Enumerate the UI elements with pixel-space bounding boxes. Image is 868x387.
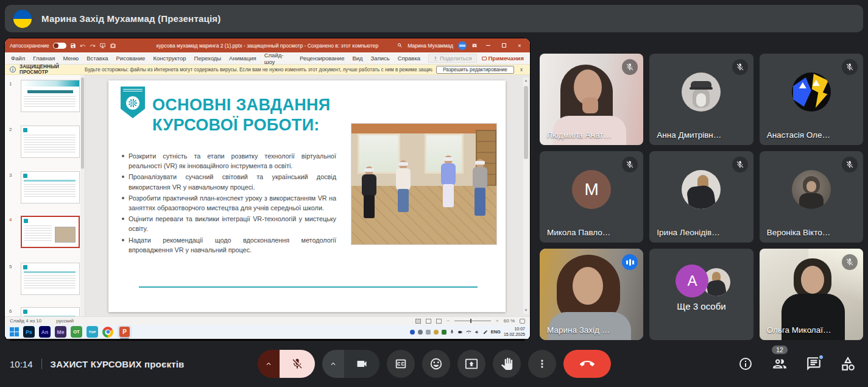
taskbar-app-media-encoder[interactable]: Me [55,326,66,338]
ribbon-tab[interactable]: Конструктор [153,55,186,62]
taskbar-clock[interactable]: 10:0715.02.2025 [504,327,525,338]
status-language[interactable]: русский [56,318,74,324]
participant-tile-active-speaker[interactable]: Марина Захід … [540,249,643,340]
participant-name: Вероніка Вікто… [767,228,831,237]
search-icon[interactable] [397,43,403,48]
slide-thumbnail[interactable] [21,80,80,112]
mic-options-chevron[interactable] [258,350,280,378]
ribbon-tab[interactable]: Рисование [116,55,146,62]
captions-button[interactable] [387,350,415,378]
system-tray[interactable]: ENG 10:0715.02.2025 [410,327,525,338]
ribbon-tab[interactable]: Главная [33,55,55,62]
enable-editing-button[interactable]: Разрешить редактирование [436,66,514,74]
tray-volume-icon[interactable] [475,330,480,335]
comments-button[interactable]: Примечания [482,55,524,62]
screenshot-icon[interactable] [110,43,116,49]
restore-button[interactable] [498,41,509,51]
ribbon-tab[interactable]: Переходы [194,55,222,62]
ribbon-tab[interactable]: Файл [11,55,25,62]
tray-icon[interactable] [442,330,446,335]
zoom-out-button[interactable]: − [446,318,450,324]
taskbar-app-photoshop[interactable]: Ps [23,326,35,338]
redo-icon[interactable] [90,43,96,49]
view-reading-icon[interactable] [426,319,431,324]
ribbon-tab[interactable]: Слайд-шоу [264,52,292,65]
info-button[interactable] [738,356,753,372]
participant-tile[interactable]: Вероніка Вікто… [760,151,863,243]
taskbar-app-tvpaint[interactable]: TVP [86,326,98,338]
protected-bar-close[interactable]: x [518,67,525,73]
reactions-button[interactable] [422,350,450,378]
tray-camera-icon[interactable] [457,330,463,335]
start-button[interactable] [10,327,19,336]
meeting-name: ЗАХИСТ КУРСОВИХ проєктів [51,358,185,369]
ribbon-tab[interactable]: Рецензирование [300,55,344,62]
ribbon-tab[interactable]: Вид [352,55,362,62]
people-button[interactable]: 12 [772,356,788,372]
mic-off-icon [626,63,634,71]
zoom-in-button[interactable]: + [496,318,499,324]
taskbar-app-animate[interactable]: An [39,326,51,338]
tray-icon[interactable] [418,330,423,335]
slide-thumbnail[interactable] [21,126,80,158]
account-name[interactable]: Марина Мухаммад [408,43,453,49]
people-icon [772,356,788,372]
taskbar-app-chrome[interactable] [102,327,113,338]
slide-thumbnail-selected[interactable] [21,216,80,248]
ribbon-tab[interactable]: Запись [371,55,390,62]
mic-mute-button[interactable] [280,350,315,378]
zoom-level[interactable]: 60 % [504,318,515,324]
ribbon-display-icon[interactable] [471,43,478,48]
chat-button[interactable] [806,356,822,372]
ribbon-tab[interactable]: Меню [63,55,79,62]
fit-slide-icon[interactable] [520,319,525,324]
view-normal-icon[interactable] [415,319,421,324]
more-options-button[interactable] [528,350,556,378]
autosave-toggle[interactable] [53,43,66,49]
info-icon [738,357,753,371]
participant-tile[interactable]: Ольга Миколаї… [760,249,863,340]
tray-mic-icon[interactable] [450,329,454,335]
input-language[interactable]: ENG [491,329,501,335]
editor-scrollbar[interactable]: ▲ ▼ [523,77,529,314]
slide-thumbnail-panel[interactable]: 1 2 3 4 5 6 7 [5,75,85,316]
shared-screen[interactable]: Автосохранение курсова мухамад маринга 2… [5,38,530,340]
slide-thumbnail[interactable] [21,171,80,204]
camera-options-chevron[interactable] [322,350,344,378]
account-avatar[interactable]: ММ [458,41,467,50]
raise-hand-button[interactable] [493,350,521,378]
slide-canvas[interactable]: ОСНОВНІ ЗАВДАННЯ КУРСОВОЇ РОБОТИ: Розкри… [108,80,506,312]
save-icon[interactable] [70,43,76,49]
undo-icon[interactable] [80,43,86,49]
thumbnail-scrollbar[interactable] [80,75,85,316]
slide-thumbnail[interactable] [21,307,80,316]
ribbon-tab[interactable]: Анимация [229,55,256,62]
ribbon-tab[interactable]: Справка [398,55,420,62]
camera-button[interactable] [344,350,379,378]
minimize-button[interactable] [482,41,493,51]
present-button[interactable] [457,350,485,378]
ribbon-tab[interactable]: Вставка [86,55,108,62]
tray-icon[interactable] [410,330,415,335]
taskbar-app-opentoonz[interactable]: OT [71,326,82,338]
end-call-button[interactable] [563,350,611,378]
slide-thumbnail[interactable] [21,263,80,295]
participant-tile[interactable]: Ірина Леонідів… [649,151,753,243]
zoom-slider[interactable] [454,321,491,321]
participant-tile[interactable]: Анастасія Оле… [760,54,863,145]
participant-tile[interactable]: М Микола Павло… [540,151,643,243]
activities-button[interactable] [840,356,856,372]
close-button[interactable]: × [514,41,525,51]
tray-icon[interactable] [426,330,431,335]
taskbar-app-powerpoint-active[interactable]: P [118,325,132,338]
tray-wifi-icon[interactable] [466,330,471,335]
tray-pen-icon[interactable] [483,330,488,335]
participant-tile[interactable]: Анна Дмитрівн… [649,54,753,145]
slideshow-icon[interactable] [99,43,106,49]
tray-icon[interactable] [434,330,439,335]
view-slideshow-icon[interactable] [436,319,442,324]
share-button[interactable]: Поделиться [428,54,476,63]
overflow-participants-tile[interactable]: A Ще 3 особи [649,249,753,340]
hand-icon [501,358,513,370]
participant-tile[interactable]: Людмила Анат… [540,54,643,145]
